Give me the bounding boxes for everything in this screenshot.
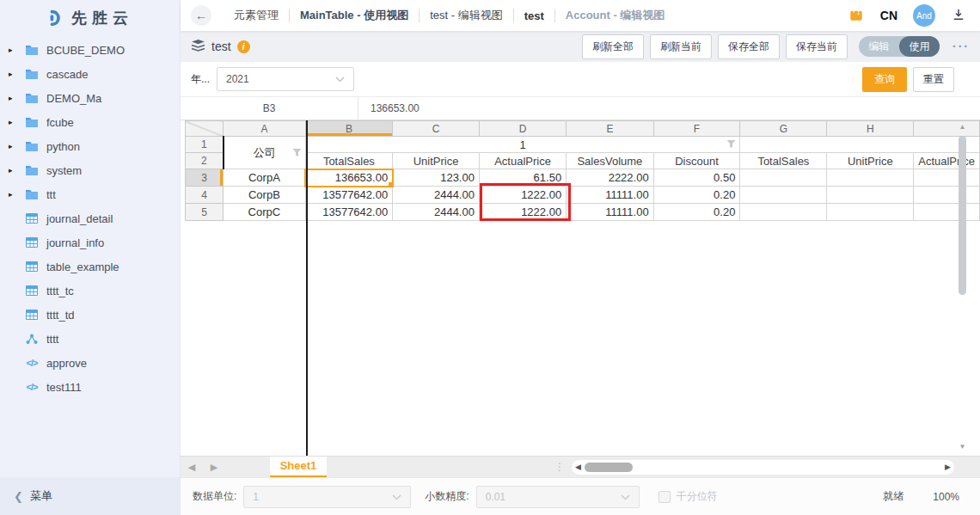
formula-input[interactable]: 136653.00 xyxy=(358,97,980,120)
field-header-discount[interactable]: Discount xyxy=(653,153,740,169)
refresh-current-button[interactable]: 刷新当前 xyxy=(650,34,712,59)
vertical-scrollbar[interactable]: ▲ ▼ xyxy=(957,122,968,452)
cell-d5-red-highlight[interactable]: 1222.00 xyxy=(479,204,566,221)
cell-g5[interactable] xyxy=(740,204,827,221)
cell-c4[interactable]: 2444.00 xyxy=(393,187,480,204)
cell-h5[interactable] xyxy=(827,204,914,221)
sidebar-item-tttt-tc[interactable]: tttt_tc xyxy=(0,279,180,303)
scroll-down-icon[interactable]: ▼ xyxy=(959,442,966,452)
save-current-button[interactable]: 保存当前 xyxy=(786,34,848,59)
save-all-button[interactable]: 保存全部 xyxy=(718,34,780,59)
sidebar-item-journal-info[interactable]: journal_info xyxy=(0,230,180,254)
sidebar-item-ttt[interactable]: ▸ ttt xyxy=(0,182,180,206)
row-header-5[interactable]: 5 xyxy=(186,204,224,221)
sidebar-item-fcube[interactable]: ▸ fcube xyxy=(0,110,180,134)
cell-a5[interactable]: CorpC xyxy=(224,204,305,221)
store-bag-icon[interactable] xyxy=(848,6,865,26)
cell-i4[interactable] xyxy=(914,187,980,204)
cell-reference-box[interactable]: B3 xyxy=(181,97,358,120)
cell-f3[interactable]: 0.50 xyxy=(653,169,740,187)
year-filter-select[interactable]: 2021 xyxy=(217,67,354,91)
fill-handle[interactable] xyxy=(388,181,393,187)
cell-e3[interactable]: 2222.00 xyxy=(567,169,654,187)
cell-g4[interactable] xyxy=(740,187,827,204)
cell-d3[interactable]: 61.50 xyxy=(479,169,566,187)
sidebar-item-demo-ma[interactable]: ▸ DEMO_Ma xyxy=(0,86,180,110)
field-header-unitprice-2[interactable]: UnitPrice xyxy=(827,153,914,169)
tab-test-edit-view[interactable]: test - 编辑视图 xyxy=(420,8,513,23)
sidebar-item-system[interactable]: ▸ system xyxy=(0,158,180,182)
col-header-e[interactable]: E xyxy=(567,121,654,137)
sidebar-item-tttt-td[interactable]: tttt_td xyxy=(0,303,180,327)
expand-caret-icon[interactable]: ▸ xyxy=(9,94,17,102)
sheet-prev-icon[interactable]: ◀ xyxy=(181,462,203,473)
zoom-level[interactable]: 100% xyxy=(933,491,959,503)
scroll-up-icon[interactable]: ▲ xyxy=(959,122,966,132)
cell-f4[interactable]: 0.20 xyxy=(653,187,740,204)
cell-f5[interactable]: 0.20 xyxy=(653,204,740,221)
field-header-actualprice-2[interactable]: ActualPrice xyxy=(914,153,980,169)
tab-element-manage[interactable]: 元素管理 xyxy=(224,8,289,23)
cell-c3[interactable]: 123.00 xyxy=(393,169,480,187)
col-header-d[interactable]: D xyxy=(479,121,566,137)
cell-h4[interactable] xyxy=(827,187,914,204)
cell-h3[interactable] xyxy=(827,169,914,187)
cell-c5[interactable]: 2444.00 xyxy=(393,204,480,221)
filter-funnel-icon[interactable] xyxy=(726,138,736,151)
tab-test[interactable]: test xyxy=(514,9,554,22)
col-header-b[interactable]: B xyxy=(305,121,393,137)
cell-d4-red-highlight[interactable]: 1222.00 xyxy=(479,187,566,204)
select-all-corner[interactable] xyxy=(186,121,224,137)
horizontal-scroll-thumb[interactable] xyxy=(585,463,633,472)
cell-e5[interactable]: 11111.00 xyxy=(567,204,654,221)
menu-collapse-button[interactable]: ❮ 菜单 xyxy=(0,477,180,515)
sidebar-item-tttt[interactable]: tttt xyxy=(0,327,180,351)
edit-use-toggle[interactable]: 编辑 使用 xyxy=(859,36,940,57)
field-header-actualprice[interactable]: ActualPrice xyxy=(479,153,566,169)
expand-caret-icon[interactable]: ▸ xyxy=(9,70,17,78)
vertical-scroll-thumb[interactable] xyxy=(959,136,966,295)
sidebar-item-python[interactable]: ▸ python xyxy=(0,134,180,158)
cell-g3[interactable] xyxy=(740,169,827,187)
more-options-button[interactable]: ··· xyxy=(952,40,970,53)
col-header-a[interactable]: A xyxy=(224,121,305,137)
query-button[interactable]: 查询 xyxy=(862,67,907,92)
field-header-totalsales-2[interactable]: TotalSales xyxy=(740,153,827,169)
drag-handle-icon[interactable]: ⋮ xyxy=(548,461,572,473)
filter-funnel-icon[interactable] xyxy=(292,146,302,159)
row-header-3[interactable]: 3 xyxy=(186,169,224,187)
col-header-g[interactable]: G xyxy=(740,121,827,137)
sidebar-item-journal-detail[interactable]: journal_detail xyxy=(0,206,180,230)
expand-caret-icon[interactable]: ▸ xyxy=(9,142,17,150)
sidebar-item-test111[interactable]: </> test111 xyxy=(0,375,180,399)
cell-a3[interactable]: CorpA xyxy=(224,169,305,187)
row-header-1[interactable]: 1 xyxy=(186,137,224,153)
cell-b4[interactable]: 13577642.00 xyxy=(305,187,393,204)
col-header-f[interactable]: F xyxy=(653,121,740,137)
download-icon[interactable] xyxy=(951,7,966,25)
company-header-cell[interactable]: 公司 xyxy=(224,137,305,169)
field-header-unitprice[interactable]: UnitPrice xyxy=(393,153,480,169)
group-header-empty-cell[interactable] xyxy=(740,137,980,153)
cell-a4[interactable]: CorpB xyxy=(224,187,305,204)
col-header-c[interactable]: C xyxy=(393,121,480,137)
sidebar-item-table-example[interactable]: table_example xyxy=(0,254,180,279)
expand-caret-icon[interactable]: ▸ xyxy=(9,118,17,126)
cell-b3-selected[interactable]: 136653.00 xyxy=(305,169,393,187)
expand-caret-icon[interactable]: ▸ xyxy=(9,166,17,175)
tab-maintable-use-view[interactable]: MainTable - 使用视图 xyxy=(290,8,419,23)
cell-b5[interactable]: 13577642.00 xyxy=(305,204,393,221)
freeze-pane-divider[interactable] xyxy=(306,120,308,456)
language-switch[interactable]: CN xyxy=(880,9,897,22)
col-header-h[interactable]: H xyxy=(827,121,914,137)
expand-caret-icon[interactable]: ▸ xyxy=(9,190,17,199)
cell-e4[interactable]: 11111.00 xyxy=(567,187,654,204)
back-button[interactable]: ← xyxy=(191,5,211,26)
refresh-all-button[interactable]: 刷新全部 xyxy=(582,34,644,59)
sidebar-item-approve[interactable]: </> approve xyxy=(0,351,180,375)
field-header-totalsales[interactable]: TotalSales xyxy=(305,153,393,169)
sheet-tab-sheet1[interactable]: Sheet1 xyxy=(270,457,327,478)
group-header-cell[interactable]: 1 xyxy=(305,137,740,153)
cell-i3[interactable] xyxy=(914,169,980,187)
sidebar-item-cascade[interactable]: ▸ cascade xyxy=(0,62,180,86)
